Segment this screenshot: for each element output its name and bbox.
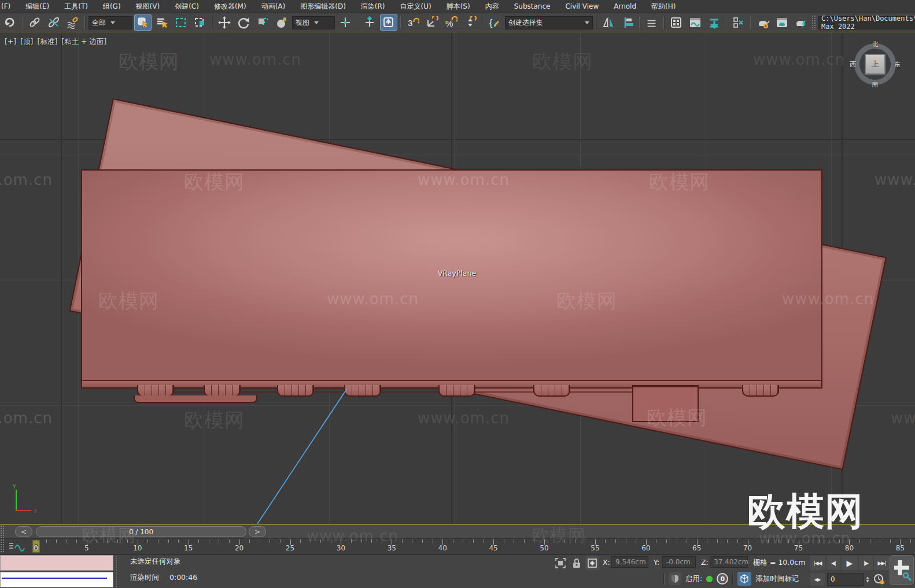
viewport-menu-general[interactable]: [+] — [5, 37, 16, 47]
select-and-move-button[interactable] — [216, 14, 233, 31]
menu-item[interactable]: 动画(A) — [254, 0, 293, 13]
select-and-manipulate-button[interactable] — [361, 14, 378, 31]
viewcube-west-label[interactable]: 西 — [850, 60, 856, 69]
timeline-drag-handle[interactable] — [0, 525, 5, 553]
viewcube-north-label[interactable]: 北 — [872, 40, 879, 49]
zero-badge-button[interactable]: 0 — [717, 573, 728, 585]
plane-foot[interactable] — [533, 385, 570, 397]
menu-item[interactable]: Civil View — [558, 0, 606, 13]
render-setup-button[interactable] — [773, 14, 791, 31]
isolate-selection-toggle[interactable] — [554, 556, 567, 570]
toolbar-splitter-handle[interactable] — [811, 15, 816, 30]
menu-item[interactable]: 视图(V) — [128, 0, 168, 13]
scene-explorer-button[interactable] — [667, 14, 685, 31]
menu-item[interactable]: 创建(C) — [167, 0, 206, 13]
schematic-view-button[interactable] — [706, 14, 723, 31]
plane-foot[interactable] — [344, 385, 381, 397]
unlink-selection-icon[interactable] — [45, 14, 62, 31]
select-and-place-button[interactable] — [273, 14, 290, 31]
plane-foot[interactable] — [137, 385, 174, 397]
plane-foot[interactable] — [204, 385, 241, 397]
menu-item[interactable]: 脚本(S) — [439, 0, 478, 13]
next-frame-button[interactable]: |▶ — [859, 556, 873, 570]
open-mini-curve-editor-button[interactable] — [5, 541, 30, 552]
maxscript-mini-listener[interactable] — [0, 555, 113, 587]
plane-foot[interactable] — [438, 385, 475, 397]
frame-spinner[interactable]: ▲▼ — [864, 573, 871, 586]
viewcube-east-label[interactable]: 东 — [894, 60, 901, 69]
select-object-button[interactable] — [134, 14, 152, 31]
y-coord-field[interactable]: -0.0cm — [662, 556, 696, 568]
select-by-name-button[interactable] — [153, 14, 171, 31]
select-and-scale-button[interactable] — [254, 14, 271, 31]
spinner-down-icon[interactable]: ▼ — [866, 579, 869, 583]
keyboard-shortcut-override-toggle[interactable] — [380, 14, 397, 31]
viewcube[interactable]: 上 北 东 南 西 — [854, 43, 896, 85]
time-slider-prev-button[interactable]: < — [15, 526, 32, 537]
viewcube-south-label[interactable]: 南 — [872, 80, 879, 89]
mirror-button[interactable] — [600, 14, 617, 31]
spinner-snap-toggle-button[interactable] — [462, 14, 479, 31]
add-time-tag-label[interactable]: 添加时间标记 — [755, 574, 799, 584]
menu-item[interactable]: 工具(T) — [57, 0, 95, 13]
viewport-menu-shading[interactable]: [粘土 + 边面] — [61, 37, 106, 47]
menu-item[interactable]: 修改器(M) — [206, 0, 254, 13]
time-slider-next-button[interactable]: > — [249, 526, 266, 537]
viewport-menu-pov[interactable]: [顶] — [20, 37, 33, 47]
menu-item[interactable]: Substance — [507, 0, 558, 13]
selection-lock-toggle[interactable] — [570, 556, 584, 570]
current-frame-field[interactable]: 0 — [827, 573, 864, 586]
edit-named-selection-sets-button[interactable]: { — [486, 14, 503, 31]
key-mode-toggle[interactable]: ◀▶ — [810, 573, 825, 586]
plane-foot[interactable] — [742, 385, 779, 397]
rectangular-selection-region-button[interactable] — [172, 14, 190, 31]
menu-item[interactable]: 编辑(E) — [18, 0, 57, 13]
viewport-top[interactable]: VRayPlane [+] [顶] [标准] [粘土 + 边面] 上 北 东 南… — [0, 33, 915, 525]
snaps-toggle-3d-button[interactable]: 3 — [404, 14, 422, 31]
render-button[interactable] — [792, 14, 810, 31]
menu-item[interactable]: 自定义(U) — [393, 0, 439, 13]
z-coord-field[interactable]: 37.402cm — [710, 556, 748, 568]
time-slider-thumb[interactable]: 0 / 100 — [36, 526, 246, 537]
reference-coordinate-dropdown[interactable]: 视图 — [292, 16, 335, 29]
percent-snap-toggle-button[interactable]: % — [442, 14, 460, 31]
x-coord-field[interactable]: 9.546cm — [611, 556, 648, 568]
viewcube-top-face[interactable]: 上 — [865, 54, 886, 75]
menu-item[interactable]: 图形编辑器(D) — [293, 0, 353, 13]
select-and-link-icon[interactable] — [26, 14, 43, 31]
play-button[interactable]: ▶ — [842, 556, 858, 570]
mini-listener-macro-row[interactable] — [0, 555, 113, 571]
previous-frame-button[interactable]: ◀| — [827, 556, 840, 570]
plane-foot[interactable] — [277, 385, 314, 397]
menu-item[interactable]: Arnold — [606, 0, 644, 13]
menu-item[interactable]: 渲染(R) — [353, 0, 393, 13]
render-presets-button[interactable] — [730, 14, 747, 31]
menu-item[interactable]: 内容 — [478, 0, 507, 13]
time-configuration-button[interactable] — [872, 573, 886, 586]
curve-editor-button[interactable] — [687, 14, 704, 31]
named-selection-set-dropdown[interactable]: 创建选择集 — [505, 16, 593, 29]
menu-item[interactable]: (F) — [0, 0, 18, 13]
redo-icon[interactable] — [2, 14, 19, 31]
go-to-end-button[interactable]: ▶▶| — [874, 556, 890, 570]
absolute-mode-transform-toggle[interactable] — [585, 556, 599, 570]
align-button[interactable] — [619, 14, 636, 31]
select-and-rotate-button[interactable] — [235, 14, 252, 31]
use-pivot-point-center-button[interactable] — [337, 14, 354, 31]
menu-item[interactable]: 帮助(H) — [644, 0, 683, 13]
window-crossing-toggle-button[interactable] — [191, 14, 209, 31]
material-editor-button[interactable] — [754, 14, 772, 31]
angle-snap-toggle-button[interactable] — [423, 14, 441, 31]
scene-plane-front[interactable] — [81, 169, 822, 389]
add-keyframe-button[interactable] — [890, 555, 914, 585]
layer-explorer-button[interactable] — [643, 14, 661, 31]
listener-splitter[interactable] — [116, 556, 119, 587]
time-slider[interactable]: < 0 / 100 > — [0, 525, 915, 538]
track-bar[interactable]: 0 0510152025303540455055606570758085 — [0, 538, 915, 555]
go-to-start-button[interactable]: |◀◀ — [810, 556, 825, 570]
mini-listener-script-row[interactable] — [0, 572, 113, 587]
selection-filter-dropdown[interactable]: 全部 — [88, 16, 132, 29]
time-tag-cube-button[interactable] — [737, 572, 751, 586]
project-folder-dropdown[interactable]: C:\Users\Han\Documents\3ds Max 2022 — [818, 16, 915, 29]
bind-to-space-warp-icon[interactable] — [64, 14, 82, 31]
